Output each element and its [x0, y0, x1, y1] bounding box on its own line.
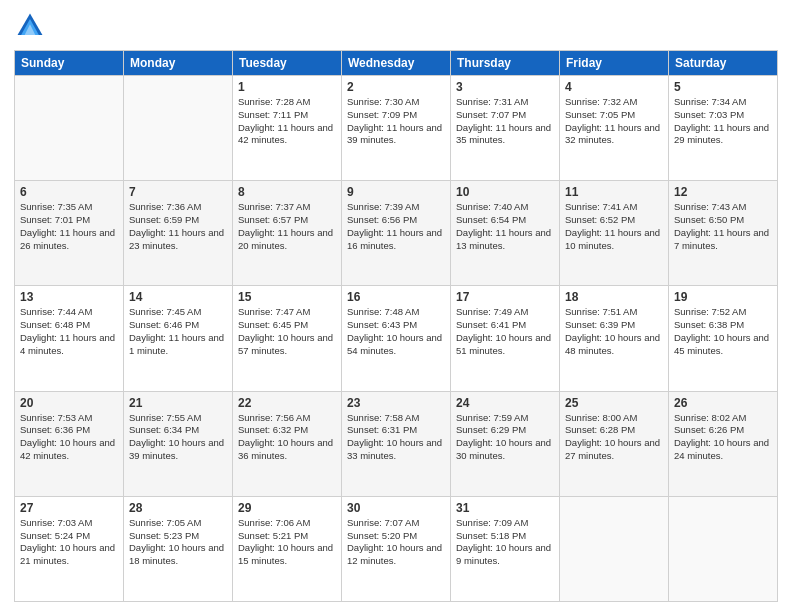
logo	[14, 10, 50, 42]
calendar-cell: 17Sunrise: 7:49 AM Sunset: 6:41 PM Dayli…	[451, 286, 560, 391]
calendar-cell: 8Sunrise: 7:37 AM Sunset: 6:57 PM Daylig…	[233, 181, 342, 286]
day-info: Sunrise: 7:41 AM Sunset: 6:52 PM Dayligh…	[565, 201, 663, 252]
day-number: 4	[565, 80, 663, 94]
day-number: 18	[565, 290, 663, 304]
day-number: 16	[347, 290, 445, 304]
day-number: 19	[674, 290, 772, 304]
calendar-cell: 26Sunrise: 8:02 AM Sunset: 6:26 PM Dayli…	[669, 391, 778, 496]
calendar-cell: 13Sunrise: 7:44 AM Sunset: 6:48 PM Dayli…	[15, 286, 124, 391]
day-number: 27	[20, 501, 118, 515]
calendar-cell: 28Sunrise: 7:05 AM Sunset: 5:23 PM Dayli…	[124, 496, 233, 601]
day-number: 23	[347, 396, 445, 410]
day-number: 14	[129, 290, 227, 304]
day-number: 6	[20, 185, 118, 199]
day-number: 1	[238, 80, 336, 94]
col-tuesday: Tuesday	[233, 51, 342, 76]
calendar-cell: 10Sunrise: 7:40 AM Sunset: 6:54 PM Dayli…	[451, 181, 560, 286]
calendar-table: Sunday Monday Tuesday Wednesday Thursday…	[14, 50, 778, 602]
col-sunday: Sunday	[15, 51, 124, 76]
calendar-header-row: Sunday Monday Tuesday Wednesday Thursday…	[15, 51, 778, 76]
calendar-week-row: 6Sunrise: 7:35 AM Sunset: 7:01 PM Daylig…	[15, 181, 778, 286]
day-number: 2	[347, 80, 445, 94]
calendar-cell: 23Sunrise: 7:58 AM Sunset: 6:31 PM Dayli…	[342, 391, 451, 496]
day-info: Sunrise: 7:56 AM Sunset: 6:32 PM Dayligh…	[238, 412, 336, 463]
calendar-cell: 25Sunrise: 8:00 AM Sunset: 6:28 PM Dayli…	[560, 391, 669, 496]
day-info: Sunrise: 7:59 AM Sunset: 6:29 PM Dayligh…	[456, 412, 554, 463]
calendar-cell: 14Sunrise: 7:45 AM Sunset: 6:46 PM Dayli…	[124, 286, 233, 391]
day-number: 7	[129, 185, 227, 199]
calendar-cell: 5Sunrise: 7:34 AM Sunset: 7:03 PM Daylig…	[669, 76, 778, 181]
day-info: Sunrise: 7:31 AM Sunset: 7:07 PM Dayligh…	[456, 96, 554, 147]
day-number: 10	[456, 185, 554, 199]
day-info: Sunrise: 7:35 AM Sunset: 7:01 PM Dayligh…	[20, 201, 118, 252]
logo-icon	[14, 10, 46, 42]
day-number: 26	[674, 396, 772, 410]
day-number: 5	[674, 80, 772, 94]
day-info: Sunrise: 7:03 AM Sunset: 5:24 PM Dayligh…	[20, 517, 118, 568]
day-info: Sunrise: 7:34 AM Sunset: 7:03 PM Dayligh…	[674, 96, 772, 147]
day-number: 30	[347, 501, 445, 515]
day-info: Sunrise: 7:40 AM Sunset: 6:54 PM Dayligh…	[456, 201, 554, 252]
calendar-cell	[560, 496, 669, 601]
calendar-cell: 16Sunrise: 7:48 AM Sunset: 6:43 PM Dayli…	[342, 286, 451, 391]
day-number: 20	[20, 396, 118, 410]
day-number: 29	[238, 501, 336, 515]
calendar-cell: 22Sunrise: 7:56 AM Sunset: 6:32 PM Dayli…	[233, 391, 342, 496]
calendar-cell: 31Sunrise: 7:09 AM Sunset: 5:18 PM Dayli…	[451, 496, 560, 601]
day-number: 25	[565, 396, 663, 410]
calendar-week-row: 20Sunrise: 7:53 AM Sunset: 6:36 PM Dayli…	[15, 391, 778, 496]
calendar-cell	[124, 76, 233, 181]
day-number: 3	[456, 80, 554, 94]
day-info: Sunrise: 7:55 AM Sunset: 6:34 PM Dayligh…	[129, 412, 227, 463]
day-info: Sunrise: 7:36 AM Sunset: 6:59 PM Dayligh…	[129, 201, 227, 252]
calendar-cell	[669, 496, 778, 601]
day-info: Sunrise: 7:07 AM Sunset: 5:20 PM Dayligh…	[347, 517, 445, 568]
col-thursday: Thursday	[451, 51, 560, 76]
page: Sunday Monday Tuesday Wednesday Thursday…	[0, 0, 792, 612]
calendar-cell: 12Sunrise: 7:43 AM Sunset: 6:50 PM Dayli…	[669, 181, 778, 286]
day-number: 21	[129, 396, 227, 410]
calendar-cell: 18Sunrise: 7:51 AM Sunset: 6:39 PM Dayli…	[560, 286, 669, 391]
calendar-week-row: 13Sunrise: 7:44 AM Sunset: 6:48 PM Dayli…	[15, 286, 778, 391]
calendar-cell	[15, 76, 124, 181]
calendar-cell: 24Sunrise: 7:59 AM Sunset: 6:29 PM Dayli…	[451, 391, 560, 496]
col-saturday: Saturday	[669, 51, 778, 76]
day-info: Sunrise: 7:44 AM Sunset: 6:48 PM Dayligh…	[20, 306, 118, 357]
day-number: 17	[456, 290, 554, 304]
day-info: Sunrise: 7:47 AM Sunset: 6:45 PM Dayligh…	[238, 306, 336, 357]
day-number: 11	[565, 185, 663, 199]
header	[14, 10, 778, 42]
day-info: Sunrise: 7:48 AM Sunset: 6:43 PM Dayligh…	[347, 306, 445, 357]
day-info: Sunrise: 7:05 AM Sunset: 5:23 PM Dayligh…	[129, 517, 227, 568]
col-monday: Monday	[124, 51, 233, 76]
day-info: Sunrise: 7:58 AM Sunset: 6:31 PM Dayligh…	[347, 412, 445, 463]
day-info: Sunrise: 7:06 AM Sunset: 5:21 PM Dayligh…	[238, 517, 336, 568]
col-friday: Friday	[560, 51, 669, 76]
day-info: Sunrise: 7:51 AM Sunset: 6:39 PM Dayligh…	[565, 306, 663, 357]
day-info: Sunrise: 7:32 AM Sunset: 7:05 PM Dayligh…	[565, 96, 663, 147]
day-info: Sunrise: 7:45 AM Sunset: 6:46 PM Dayligh…	[129, 306, 227, 357]
day-number: 15	[238, 290, 336, 304]
calendar-cell: 11Sunrise: 7:41 AM Sunset: 6:52 PM Dayli…	[560, 181, 669, 286]
calendar-cell: 9Sunrise: 7:39 AM Sunset: 6:56 PM Daylig…	[342, 181, 451, 286]
calendar-cell: 3Sunrise: 7:31 AM Sunset: 7:07 PM Daylig…	[451, 76, 560, 181]
day-info: Sunrise: 7:37 AM Sunset: 6:57 PM Dayligh…	[238, 201, 336, 252]
calendar-cell: 4Sunrise: 7:32 AM Sunset: 7:05 PM Daylig…	[560, 76, 669, 181]
day-number: 13	[20, 290, 118, 304]
day-info: Sunrise: 7:52 AM Sunset: 6:38 PM Dayligh…	[674, 306, 772, 357]
calendar-cell: 20Sunrise: 7:53 AM Sunset: 6:36 PM Dayli…	[15, 391, 124, 496]
day-info: Sunrise: 7:39 AM Sunset: 6:56 PM Dayligh…	[347, 201, 445, 252]
day-info: Sunrise: 7:43 AM Sunset: 6:50 PM Dayligh…	[674, 201, 772, 252]
day-info: Sunrise: 8:00 AM Sunset: 6:28 PM Dayligh…	[565, 412, 663, 463]
calendar-cell: 19Sunrise: 7:52 AM Sunset: 6:38 PM Dayli…	[669, 286, 778, 391]
day-number: 22	[238, 396, 336, 410]
calendar-cell: 27Sunrise: 7:03 AM Sunset: 5:24 PM Dayli…	[15, 496, 124, 601]
day-number: 31	[456, 501, 554, 515]
day-info: Sunrise: 8:02 AM Sunset: 6:26 PM Dayligh…	[674, 412, 772, 463]
day-number: 24	[456, 396, 554, 410]
calendar-cell: 7Sunrise: 7:36 AM Sunset: 6:59 PM Daylig…	[124, 181, 233, 286]
day-number: 9	[347, 185, 445, 199]
calendar-week-row: 27Sunrise: 7:03 AM Sunset: 5:24 PM Dayli…	[15, 496, 778, 601]
day-number: 28	[129, 501, 227, 515]
calendar-cell: 15Sunrise: 7:47 AM Sunset: 6:45 PM Dayli…	[233, 286, 342, 391]
